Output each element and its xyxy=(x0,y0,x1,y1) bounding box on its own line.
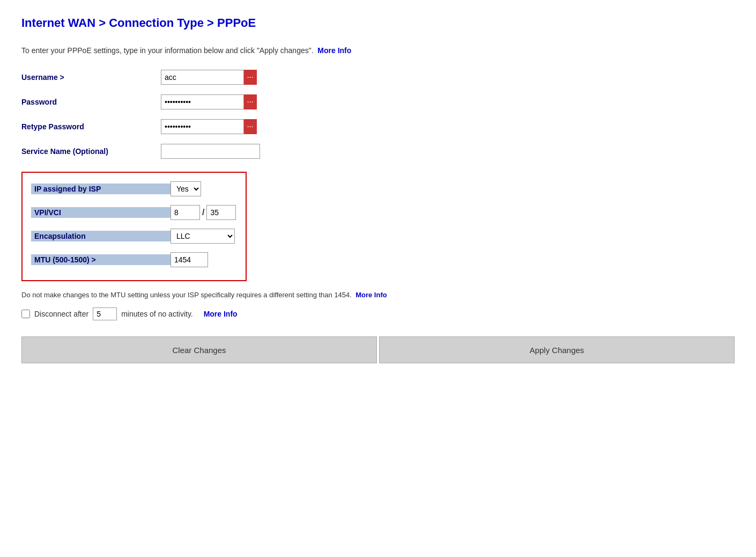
page-title: Internet WAN > Connection Type > PPPoE xyxy=(21,16,735,30)
clear-changes-button[interactable]: Clear Changes xyxy=(21,336,377,363)
apply-changes-button[interactable]: Apply Changes xyxy=(379,336,735,363)
password-label: Password xyxy=(21,98,161,106)
username-label: Username > xyxy=(21,73,161,82)
disconnect-minutes-field[interactable] xyxy=(93,307,117,320)
button-bar: Clear Changes Apply Changes xyxy=(21,336,735,363)
encapsulation-input-group: LLC VC-MUX xyxy=(171,229,235,244)
service-name-row: Service Name (Optional) xyxy=(21,142,735,161)
retype-password-label: Retype Password xyxy=(21,122,161,131)
ip-assigned-input-group: Yes No xyxy=(171,181,201,196)
more-info-link-1[interactable]: More Info xyxy=(317,46,351,55)
password-reveal-button[interactable]: ··· xyxy=(244,94,257,109)
encapsulation-row: Encapsulation LLC VC-MUX xyxy=(31,226,237,246)
vpi-vci-row: VPI/VCI / xyxy=(31,203,237,222)
disconnect-row: Disconnect after minutes of no activity.… xyxy=(21,307,735,320)
ip-assigned-row: IP assigned by ISP Yes No xyxy=(31,179,237,199)
mtu-input-group xyxy=(171,252,208,267)
disconnect-label: Disconnect after xyxy=(34,310,88,318)
username-row: Username > ··· xyxy=(21,68,735,87)
retype-password-row: Retype Password ··· xyxy=(21,117,735,136)
disconnect-checkbox[interactable] xyxy=(21,310,30,318)
password-input-group: ··· xyxy=(161,94,257,109)
service-name-field[interactable] xyxy=(161,144,260,159)
ip-assigned-label: IP assigned by ISP xyxy=(31,184,171,194)
disconnect-suffix: minutes of no activity. xyxy=(121,310,193,318)
advanced-settings-box: IP assigned by ISP Yes No VPI/VCI / Enca… xyxy=(21,172,247,281)
username-reveal-button[interactable]: ··· xyxy=(244,70,257,85)
encapsulation-select[interactable]: LLC VC-MUX xyxy=(171,229,235,244)
mtu-field[interactable] xyxy=(171,252,208,267)
retype-password-field[interactable] xyxy=(161,119,244,134)
ip-assigned-select[interactable]: Yes No xyxy=(171,181,201,196)
username-field[interactable] xyxy=(161,70,244,85)
vpi-vci-input-group: / xyxy=(171,205,236,220)
password-row: Password ··· xyxy=(21,92,735,112)
vci-field[interactable] xyxy=(206,205,236,220)
retype-password-reveal-button[interactable]: ··· xyxy=(244,119,257,134)
mtu-row: MTU (500-1500) > xyxy=(31,250,237,269)
mtu-note: Do not make changes to the MTU setting u… xyxy=(21,291,450,299)
encapsulation-label: Encapsulation xyxy=(31,231,171,241)
mtu-label: MTU (500-1500) > xyxy=(31,254,171,265)
more-info-link-3[interactable]: More Info xyxy=(204,310,238,318)
vpi-field[interactable] xyxy=(171,205,200,220)
vpi-vci-separator: / xyxy=(202,208,204,217)
password-field[interactable] xyxy=(161,94,244,109)
vpi-vci-label: VPI/VCI xyxy=(31,207,171,218)
service-name-label: Service Name (Optional) xyxy=(21,147,161,156)
retype-password-input-group: ··· xyxy=(161,119,257,134)
description-text: To enter your PPPoE settings, type in yo… xyxy=(21,46,735,55)
username-input-group: ··· xyxy=(161,70,257,85)
service-name-input-group xyxy=(161,144,260,159)
more-info-link-2[interactable]: More Info xyxy=(355,291,387,299)
form-section: Username > ··· Password ··· Retype Passw… xyxy=(21,68,735,161)
description-main: To enter your PPPoE settings, type in yo… xyxy=(21,46,314,55)
